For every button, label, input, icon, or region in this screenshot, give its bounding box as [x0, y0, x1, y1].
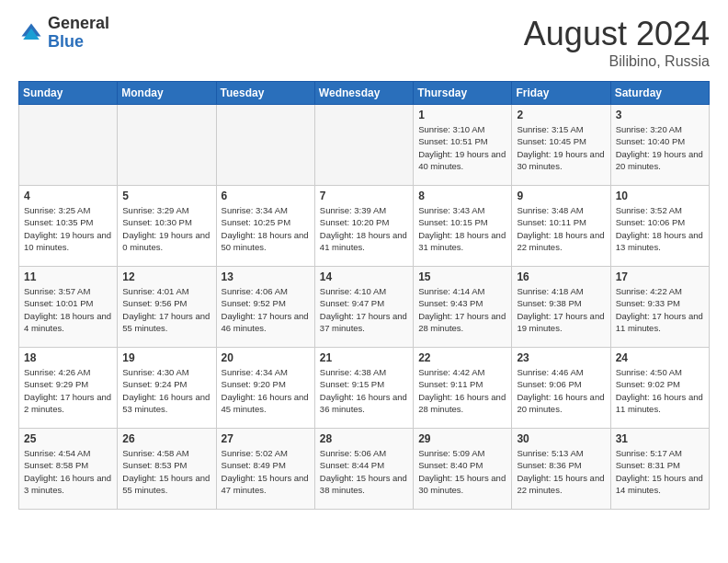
- calendar-cell: 3Sunrise: 3:20 AMSunset: 10:40 PMDayligh…: [610, 105, 709, 186]
- cell-content: Sunrise: 3:52 AMSunset: 10:06 PMDaylight…: [616, 204, 704, 253]
- col-header-monday: Monday: [118, 82, 216, 105]
- calendar-cell: 22Sunrise: 4:42 AMSunset: 9:11 PMDayligh…: [414, 348, 512, 429]
- cell-content: Sunrise: 3:57 AMSunset: 10:01 PMDaylight…: [24, 285, 112, 334]
- calendar-cell: 25Sunrise: 4:54 AMSunset: 8:58 PMDayligh…: [19, 429, 118, 510]
- cell-content: Sunrise: 4:34 AMSunset: 9:20 PMDaylight:…: [222, 366, 310, 415]
- calendar-cell: 18Sunrise: 4:26 AMSunset: 9:29 PMDayligh…: [19, 348, 118, 429]
- cell-content: Sunrise: 4:06 AMSunset: 9:52 PMDaylight:…: [222, 285, 310, 334]
- col-header-tuesday: Tuesday: [216, 82, 314, 105]
- calendar-cell: 15Sunrise: 4:14 AMSunset: 9:43 PMDayligh…: [414, 267, 512, 348]
- calendar-cell: 9Sunrise: 3:48 AMSunset: 10:11 PMDayligh…: [512, 186, 610, 267]
- week-row-5: 25Sunrise: 4:54 AMSunset: 8:58 PMDayligh…: [19, 429, 710, 510]
- calendar-cell: 21Sunrise: 4:38 AMSunset: 9:15 PMDayligh…: [314, 348, 413, 429]
- calendar-cell: 23Sunrise: 4:46 AMSunset: 9:06 PMDayligh…: [512, 348, 610, 429]
- cell-content: Sunrise: 4:10 AMSunset: 9:47 PMDaylight:…: [320, 285, 408, 334]
- col-header-friday: Friday: [512, 82, 610, 105]
- day-number: 4: [24, 190, 112, 202]
- col-header-wednesday: Wednesday: [314, 82, 413, 105]
- day-number: 11: [24, 270, 112, 283]
- cell-content: Sunrise: 4:58 AMSunset: 8:53 PMDaylight:…: [122, 447, 210, 496]
- calendar-cell: 1Sunrise: 3:10 AMSunset: 10:51 PMDayligh…: [414, 105, 512, 186]
- cell-content: Sunrise: 4:14 AMSunset: 9:43 PMDaylight:…: [418, 285, 506, 334]
- cell-content: Sunrise: 3:43 AMSunset: 10:15 PMDaylight…: [418, 204, 506, 253]
- page-header: General Blue August 2024 Bilibino, Russi…: [18, 15, 710, 70]
- day-number: 5: [122, 190, 210, 202]
- logo-general: General: [48, 15, 109, 33]
- week-row-3: 11Sunrise: 3:57 AMSunset: 10:01 PMDaylig…: [19, 267, 710, 348]
- day-number: 26: [122, 432, 210, 445]
- logo-text: General Blue: [48, 15, 109, 52]
- cell-content: Sunrise: 4:46 AMSunset: 9:06 PMDaylight:…: [517, 366, 605, 415]
- day-number: 8: [418, 190, 506, 202]
- cell-content: Sunrise: 3:48 AMSunset: 10:11 PMDaylight…: [517, 204, 605, 253]
- day-number: 19: [122, 351, 210, 364]
- calendar-cell: 20Sunrise: 4:34 AMSunset: 9:20 PMDayligh…: [216, 348, 314, 429]
- calendar-cell: 30Sunrise: 5:13 AMSunset: 8:36 PMDayligh…: [512, 429, 610, 510]
- cell-content: Sunrise: 4:01 AMSunset: 9:56 PMDaylight:…: [122, 285, 210, 334]
- week-row-2: 4Sunrise: 3:25 AMSunset: 10:35 PMDayligh…: [19, 186, 710, 267]
- day-number: 24: [616, 351, 704, 364]
- day-number: 2: [517, 109, 605, 121]
- calendar-cell: 17Sunrise: 4:22 AMSunset: 9:33 PMDayligh…: [610, 267, 709, 348]
- day-number: 31: [616, 432, 704, 445]
- calendar-cell: [19, 105, 118, 186]
- calendar-cell: [216, 105, 314, 186]
- day-number: 16: [517, 270, 605, 283]
- day-number: 7: [320, 190, 408, 202]
- day-number: 3: [616, 109, 704, 121]
- calendar-cell: 14Sunrise: 4:10 AMSunset: 9:47 PMDayligh…: [314, 267, 413, 348]
- cell-content: Sunrise: 4:22 AMSunset: 9:33 PMDaylight:…: [616, 285, 704, 334]
- calendar-table: SundayMondayTuesdayWednesdayThursdayFrid…: [18, 81, 710, 510]
- cell-content: Sunrise: 5:06 AMSunset: 8:44 PMDaylight:…: [320, 447, 408, 496]
- cell-content: Sunrise: 3:20 AMSunset: 10:40 PMDaylight…: [616, 123, 704, 172]
- cell-content: Sunrise: 5:13 AMSunset: 8:36 PMDaylight:…: [517, 447, 605, 496]
- calendar-cell: 31Sunrise: 5:17 AMSunset: 8:31 PMDayligh…: [610, 429, 709, 510]
- cell-content: Sunrise: 4:18 AMSunset: 9:38 PMDaylight:…: [517, 285, 605, 334]
- calendar-cell: 19Sunrise: 4:30 AMSunset: 9:24 PMDayligh…: [118, 348, 216, 429]
- calendar-cell: 5Sunrise: 3:29 AMSunset: 10:30 PMDayligh…: [118, 186, 216, 267]
- day-number: 28: [320, 432, 408, 445]
- day-number: 18: [24, 351, 112, 364]
- day-number: 20: [222, 351, 310, 364]
- day-number: 25: [24, 432, 112, 445]
- day-number: 23: [517, 351, 605, 364]
- cell-content: Sunrise: 3:10 AMSunset: 10:51 PMDaylight…: [418, 123, 506, 172]
- title-block: August 2024 Bilibino, Russia: [524, 15, 710, 70]
- day-number: 21: [320, 351, 408, 364]
- calendar-cell: 2Sunrise: 3:15 AMSunset: 10:45 PMDayligh…: [512, 105, 610, 186]
- calendar-cell: 7Sunrise: 3:39 AMSunset: 10:20 PMDayligh…: [314, 186, 413, 267]
- day-number: 30: [517, 432, 605, 445]
- cell-content: Sunrise: 4:54 AMSunset: 8:58 PMDaylight:…: [24, 447, 112, 496]
- calendar-cell: 4Sunrise: 3:25 AMSunset: 10:35 PMDayligh…: [19, 186, 118, 267]
- day-number: 12: [122, 270, 210, 283]
- cell-content: Sunrise: 4:50 AMSunset: 9:02 PMDaylight:…: [616, 366, 704, 415]
- calendar-cell: 26Sunrise: 4:58 AMSunset: 8:53 PMDayligh…: [118, 429, 216, 510]
- calendar-cell: 27Sunrise: 5:02 AMSunset: 8:49 PMDayligh…: [216, 429, 314, 510]
- col-header-sunday: Sunday: [19, 82, 118, 105]
- cell-content: Sunrise: 3:15 AMSunset: 10:45 PMDaylight…: [517, 123, 605, 172]
- header-row: SundayMondayTuesdayWednesdayThursdayFrid…: [19, 82, 710, 105]
- cell-content: Sunrise: 3:25 AMSunset: 10:35 PMDaylight…: [24, 204, 112, 253]
- calendar-cell: 28Sunrise: 5:06 AMSunset: 8:44 PMDayligh…: [314, 429, 413, 510]
- cell-content: Sunrise: 3:29 AMSunset: 10:30 PMDaylight…: [122, 204, 210, 253]
- calendar-cell: 10Sunrise: 3:52 AMSunset: 10:06 PMDaylig…: [610, 186, 709, 267]
- cell-content: Sunrise: 4:38 AMSunset: 9:15 PMDaylight:…: [320, 366, 408, 415]
- day-number: 10: [616, 190, 704, 202]
- logo-icon: [18, 20, 44, 46]
- day-number: 29: [418, 432, 506, 445]
- col-header-thursday: Thursday: [414, 82, 512, 105]
- day-number: 22: [418, 351, 506, 364]
- day-number: 14: [320, 270, 408, 283]
- calendar-cell: 12Sunrise: 4:01 AMSunset: 9:56 PMDayligh…: [118, 267, 216, 348]
- cell-content: Sunrise: 4:42 AMSunset: 9:11 PMDaylight:…: [418, 366, 506, 415]
- day-number: 15: [418, 270, 506, 283]
- cell-content: Sunrise: 5:02 AMSunset: 8:49 PMDaylight:…: [222, 447, 310, 496]
- week-row-1: 1Sunrise: 3:10 AMSunset: 10:51 PMDayligh…: [19, 105, 710, 186]
- calendar-cell: 13Sunrise: 4:06 AMSunset: 9:52 PMDayligh…: [216, 267, 314, 348]
- location: Bilibino, Russia: [524, 53, 710, 70]
- calendar-cell: 8Sunrise: 3:43 AMSunset: 10:15 PMDayligh…: [414, 186, 512, 267]
- day-number: 6: [222, 190, 310, 202]
- week-row-4: 18Sunrise: 4:26 AMSunset: 9:29 PMDayligh…: [19, 348, 710, 429]
- cell-content: Sunrise: 3:39 AMSunset: 10:20 PMDaylight…: [320, 204, 408, 253]
- cell-content: Sunrise: 4:30 AMSunset: 9:24 PMDaylight:…: [122, 366, 210, 415]
